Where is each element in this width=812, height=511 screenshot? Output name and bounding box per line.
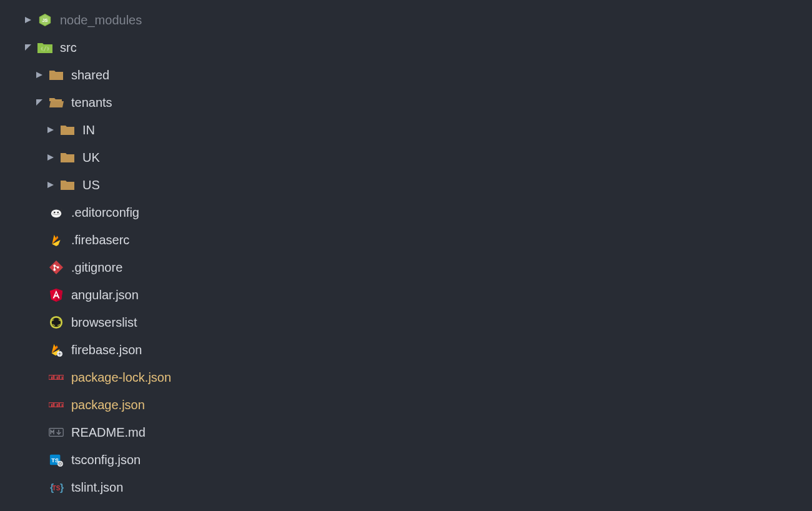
chevron-placeholder [35,263,44,272]
folder-closed-icon [60,177,75,192]
tree-item-label: tsconfig.json [71,453,141,467]
folder-open-icon [49,95,64,110]
svg-rect-17 [49,403,53,407]
firebase-json-icon [49,342,64,357]
chevron-placeholder [35,373,44,382]
chevron-placeholder [35,208,44,217]
tree-item[interactable]: JSnode_modules [0,6,812,34]
tree-item-label: IN [82,123,95,137]
svg-point-8 [52,318,61,327]
tree-item[interactable]: UK [0,144,812,171]
tree-item-label: package-lock.json [71,370,171,385]
tree-item[interactable]: package-lock.json [0,364,812,391]
svg-rect-13 [54,375,59,380]
chevron-placeholder [35,483,44,492]
svg-rect-19 [54,403,59,407]
tslint-icon: {}TS [49,480,64,495]
tree-item[interactable]: shared [0,61,812,89]
svg-rect-20 [57,404,58,407]
chevron-down-icon[interactable] [24,43,32,52]
git-icon [49,260,64,275]
chevron-placeholder [35,455,44,464]
firebase-icon [49,232,64,247]
npm-icon [49,370,64,385]
chevron-right-icon[interactable] [46,126,55,134]
tree-item[interactable]: .firebaserc [0,226,812,254]
folder-closed-icon [60,150,75,165]
svg-point-3 [57,212,59,214]
folder-closed-icon [49,67,64,82]
tree-item[interactable]: package.json [0,391,812,419]
tree-item[interactable]: angular.json [0,281,812,309]
tree-item[interactable]: US [0,171,812,199]
browserslist-icon [49,315,64,330]
svg-text:}: } [60,482,64,493]
tree-item-label: tslint.json [71,480,123,495]
tree-item-label: angular.json [71,288,139,302]
tree-item[interactable]: .editorconfig [0,199,812,226]
svg-point-10 [59,353,61,355]
editorconfig-icon [49,205,64,220]
chevron-down-icon[interactable] [35,98,44,107]
tree-item[interactable]: firebase.json [0,336,812,364]
tree-item[interactable]: tenants [0,89,812,116]
tree-item-label: US [82,178,100,192]
svg-rect-18 [51,404,52,407]
tree-item-label: UK [82,151,100,165]
tree-item-label: browserslist [71,315,137,330]
tree-item[interactable]: src [0,34,812,61]
chevron-placeholder [35,345,44,354]
chevron-placeholder [35,236,44,244]
tsconfig-icon: TS [49,452,64,467]
svg-rect-12 [51,377,52,380]
tree-item-label: node_modules [60,13,142,27]
tree-item-label: shared [71,68,109,82]
file-tree: JSnode_modulessrcsharedtenantsINUKUS.edi… [0,6,812,501]
chevron-placeholder [35,400,44,409]
tree-item-label: .firebaserc [71,233,129,247]
tree-item-label: .editorconfig [71,206,139,220]
tree-item-label: src [60,41,77,55]
chevron-right-icon[interactable] [46,181,55,189]
tree-item-label: .gitignore [71,260,122,275]
tree-item[interactable]: browserslist [0,309,812,336]
tree-item-label: package.json [71,398,145,412]
nodejs-icon: JS [37,12,52,27]
svg-rect-11 [49,375,53,380]
svg-rect-16 [62,377,63,380]
tree-item[interactable]: README.md [0,419,812,446]
tree-item-label: firebase.json [71,343,142,357]
folder-closed-icon [60,122,75,137]
tree-item[interactable]: TStsconfig.json [0,446,812,474]
chevron-right-icon[interactable] [46,153,55,162]
svg-text:JS: JS [42,17,48,23]
chevron-right-icon[interactable] [24,16,32,24]
chevron-placeholder [35,318,44,327]
svg-rect-14 [57,377,58,380]
npm-icon [49,397,64,412]
svg-rect-22 [62,404,63,407]
src-folder-icon [37,40,52,55]
tree-item[interactable]: {}TStslint.json [0,474,812,501]
chevron-placeholder [35,428,44,437]
chevron-placeholder [35,290,44,299]
markdown-icon [49,425,64,440]
svg-text:TS: TS [51,457,59,464]
chevron-right-icon[interactable] [35,71,44,79]
angular-icon [49,287,64,302]
svg-point-2 [54,212,56,214]
tree-item[interactable]: IN [0,116,812,144]
tree-item-label: README.md [71,425,146,440]
tree-item[interactable]: .gitignore [0,254,812,281]
tree-item-label: tenants [71,96,112,110]
svg-rect-23 [49,429,63,437]
svg-text:TS: TS [52,485,61,492]
